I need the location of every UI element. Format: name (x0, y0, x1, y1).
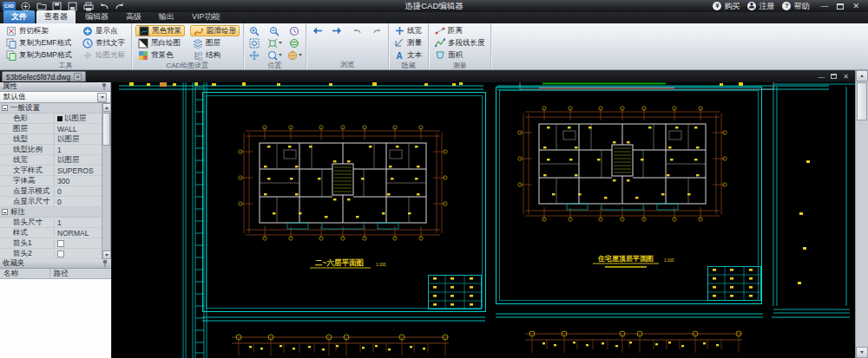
minimize-button[interactable]: — (820, 2, 828, 10)
buy-button[interactable]: ¥ 购买 (713, 1, 740, 12)
find-text-icon (82, 38, 93, 49)
property-row-dimstyle: 样式 NORMAL (0, 228, 102, 238)
arrow2-checkbox[interactable] (57, 251, 64, 257)
sheet-right-scale: 1:100 (664, 258, 674, 263)
sidebar: 属性 默认值 一般设置 色彩 以图层 图层 WALL (0, 82, 111, 358)
property-row-textstyle: 文字样式 SUPEROS (0, 166, 102, 176)
properties-panel-header: 属性 (0, 82, 110, 92)
help-icon: ? (782, 2, 791, 10)
sheet-left-scale: 1:100 (376, 263, 386, 267)
document-tab-bar: 53b5efec5f87d.dwg × — ✕ (0, 70, 868, 82)
scroll-up-button[interactable] (102, 103, 111, 112)
properties-panel-title: 属性 (3, 81, 17, 92)
favorites-panel-header: 收藏夹 (0, 259, 111, 269)
document-tab-close-icon[interactable]: × (74, 73, 82, 81)
measure-toggle-button[interactable]: 测量 (392, 37, 424, 49)
favorites-col-name[interactable]: 名称 (0, 269, 50, 278)
close-button[interactable]: ✕ (852, 2, 859, 10)
property-row-linetype-scale: 线型比例 1 (0, 145, 102, 155)
cut-frame-button[interactable]: 剪切框架 (3, 25, 75, 36)
arrow1-checkbox[interactable] (57, 240, 64, 247)
register-icon (747, 2, 756, 10)
smooth-shapes-button[interactable]: 圆滑绘形 (190, 25, 240, 36)
render-mode-button[interactable] (287, 49, 302, 61)
app-window: CAD 迅捷CAD编辑器 ¥ 购买 (0, 0, 868, 358)
property-row-arrowsize: 箭头尺寸 1 (0, 218, 102, 228)
sheet-right-caption: 住宅屋顶层平面图 (597, 254, 654, 263)
back-view-button[interactable] (310, 25, 325, 36)
restore-button[interactable] (837, 3, 844, 10)
collapse-icon[interactable] (2, 105, 8, 111)
property-value-color[interactable]: 以图层 (54, 114, 102, 124)
tab-file[interactable]: 文件 (3, 10, 35, 23)
distance-button[interactable]: 距离 (432, 25, 488, 36)
zoom-extents-caret (279, 42, 282, 44)
find-text-button[interactable]: 查找文字 (80, 37, 128, 49)
scroll-down-button[interactable] (102, 251, 111, 259)
copy-bmp-icon (6, 50, 16, 61)
black-background-icon (139, 26, 149, 36)
tab-vip[interactable]: VIP功能 (184, 10, 228, 23)
canvas-vertical-scrollbar[interactable] (855, 70, 868, 358)
register-button[interactable]: 注册 (747, 1, 774, 12)
zoom-selection-button[interactable] (267, 49, 282, 61)
linewidth-icon (395, 26, 404, 36)
zoom-window-button[interactable] (247, 37, 262, 49)
linewidth-toggle-button[interactable]: 线宽 (392, 25, 424, 36)
group-label-tools: 工具 (3, 61, 128, 70)
copy-emf-button[interactable]: 复制为EMF格式 (3, 37, 75, 49)
canvas-scroll-thumb[interactable] (857, 82, 867, 120)
previous-view-button[interactable] (287, 25, 302, 36)
redo-view-button[interactable] (370, 25, 385, 36)
text-toggle-button[interactable]: A 文本 (392, 49, 424, 61)
bw-drawing-button[interactable]: 黑白绘图 (135, 37, 185, 49)
copy-bmp-button[interactable]: 复制为BMP格式 (3, 49, 75, 61)
favorites-list-empty[interactable] (0, 279, 111, 358)
tab-output[interactable]: 输出 (151, 10, 182, 23)
tab-editor[interactable]: 编辑器 (77, 10, 116, 23)
orbit-view-button[interactable] (287, 37, 302, 49)
show-points-button[interactable]: 显示点 (80, 25, 128, 36)
structure-button[interactable]: 结构 (190, 49, 240, 61)
property-row-linetype: 线型 以图层 (0, 134, 102, 145)
measure-toggle-icon (395, 38, 404, 48)
sheet-left-caption: 二~六层平面图 (315, 258, 364, 267)
pin-icon[interactable] (101, 82, 108, 92)
ribbon-group-browse: 浏览 (306, 23, 389, 69)
background-color-button[interactable]: 背景色 (135, 49, 185, 61)
undo-view-button[interactable] (350, 25, 365, 36)
zoom-selection-caret (279, 54, 282, 56)
property-row-pointsize: 点显示尺寸 0 (0, 197, 102, 207)
mdi-close-button[interactable]: ✕ (843, 73, 849, 81)
help-button[interactable]: ? 帮助 (782, 1, 809, 12)
property-row-textheight: 字体高 300 (0, 176, 102, 186)
document-tab[interactable]: 53b5efec5f87d.dwg × (2, 71, 86, 81)
area-button[interactable]: 面积 (432, 49, 488, 61)
ribbon-group-tools: 剪切框架 复制为EMF格式 复制为BMP格式 显示点 查找文字 绘图光标 (0, 23, 132, 69)
polyline-length-button[interactable]: 多段线长度 (432, 37, 488, 49)
pin-icon[interactable] (102, 259, 108, 269)
zoom-extents-button[interactable] (267, 37, 282, 49)
mdi-restore-button[interactable] (831, 74, 837, 79)
zoom-out-button[interactable] (267, 25, 282, 36)
tab-advanced[interactable]: 高级 (118, 10, 149, 23)
tab-viewer[interactable]: 查看器 (36, 10, 76, 23)
property-grid-scrollbar[interactable] (102, 103, 110, 259)
zoom-in-button[interactable] (247, 25, 262, 36)
canvas-scroll-up-button[interactable] (856, 70, 868, 81)
pan-button[interactable] (247, 49, 262, 61)
preset-dropdown[interactable]: 默认值 (0, 92, 110, 103)
preset-dropdown-caret[interactable] (97, 93, 107, 102)
canvas-scroll-down-button[interactable] (856, 347, 868, 358)
layers-button[interactable]: 图层 (190, 37, 240, 49)
cad-canvas[interactable]: 二~六层平面图 1:100 住宅屋顶层平面图 1:100 (112, 82, 855, 358)
mdi-minimize-button[interactable]: — (818, 73, 825, 81)
forward-view-button[interactable] (330, 25, 345, 36)
black-background-button[interactable]: 黑色背景 (135, 25, 185, 36)
property-group-annotation[interactable]: 标注 (0, 207, 102, 218)
scroll-thumb[interactable] (102, 113, 110, 146)
property-group-general[interactable]: 一般设置 (0, 103, 102, 114)
collapse-icon[interactable] (2, 209, 8, 215)
favorites-col-path[interactable]: 路径 (50, 269, 69, 278)
bw-drawing-icon (138, 38, 148, 49)
